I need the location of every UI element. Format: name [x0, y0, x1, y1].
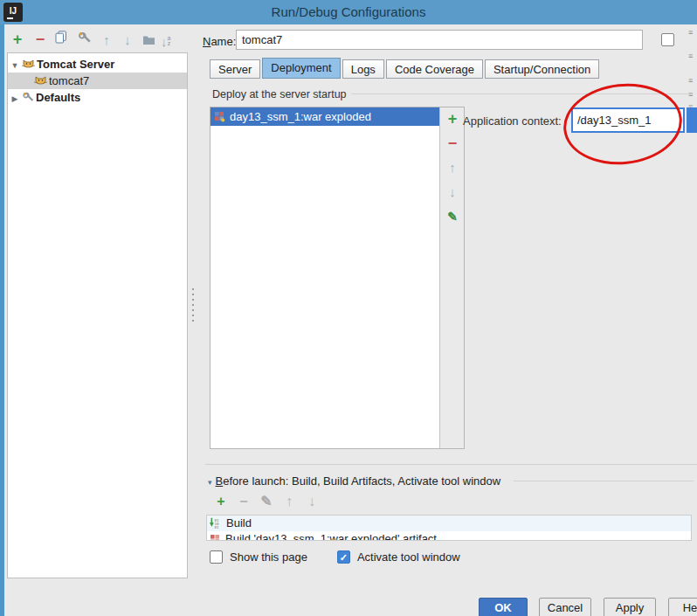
activate-tool-window-checkbox[interactable]: ✓ — [337, 550, 350, 564]
window-title: Run/Debug Configurations — [0, 0, 697, 24]
footer-options: Show this page ✓ Activate tool window — [210, 550, 460, 564]
application-context-dropdown[interactable] — [687, 107, 697, 133]
copy-configuration-icon[interactable] — [52, 31, 70, 48]
clipped-window-fragment: ≡ — [688, 77, 696, 84]
add-configuration-button[interactable]: + — [9, 31, 26, 49]
help-button[interactable]: Help — [668, 598, 697, 616]
folder-icon[interactable] — [140, 33, 157, 51]
task-row-build[interactable]: 011001 Build — [207, 516, 691, 531]
intellij-logo-icon: IJ — [3, 3, 23, 22]
tab-deployment[interactable]: Deployment — [262, 58, 340, 79]
tomcat-icon — [34, 76, 47, 87]
edit-artifact-pencil-icon[interactable]: ✎ — [440, 205, 465, 230]
move-task-down-button[interactable]: ↓ — [300, 493, 323, 511]
clipped-window-fragment: ≡ — [688, 29, 696, 36]
before-launch-task-list: 011001 Build Build 'day13_ssm_1:war expl… — [206, 515, 692, 541]
move-artifact-down-button[interactable]: ↓ — [440, 181, 465, 205]
panel-splitter[interactable] — [192, 288, 194, 322]
compile-icon: 011001 — [210, 517, 222, 529]
deploy-artifacts-box: day13_ssm_1:war exploded + − ↑ ↓ ✎ — [210, 107, 465, 449]
deploy-group-label: Deploy at the server startup — [212, 88, 347, 100]
tree-item-tomcat-server[interactable]: ▼Tomcat Server — [8, 56, 187, 73]
name-input[interactable] — [236, 30, 643, 50]
task-row-build-artifact[interactable]: Build 'day13_ssm_1:war exploded' artifac… — [207, 531, 691, 541]
move-up-icon[interactable]: ↑ — [98, 31, 115, 49]
defaults-wrench-icon — [22, 92, 34, 103]
remove-configuration-button[interactable]: − — [31, 31, 49, 49]
collapsed-arrow-icon[interactable]: ▶ — [8, 91, 22, 107]
window-left-edge — [0, 24, 4, 616]
tab-code-coverage[interactable]: Code Coverage — [386, 59, 483, 79]
tab-server[interactable]: Server — [210, 59, 260, 79]
remove-artifact-button[interactable]: − — [440, 132, 465, 156]
tab-logs[interactable]: Logs — [342, 59, 384, 79]
tree-item-tomcat7[interactable]: tomcat7 — [8, 73, 187, 89]
share-checkbox[interactable] — [661, 33, 674, 46]
tab-startup-connection[interactable]: Startup/Connection — [485, 59, 599, 79]
artifact-list-item[interactable]: day13_ssm_1:war exploded — [210, 107, 440, 126]
ok-button[interactable]: OK — [479, 598, 528, 616]
add-artifact-button[interactable]: + — [440, 107, 465, 132]
section-divider — [205, 464, 697, 465]
add-task-button[interactable]: + — [210, 493, 232, 511]
tree-item-defaults[interactable]: ▶Defaults — [8, 89, 187, 106]
sort-alphabetically-icon[interactable]: ↓ az — [161, 32, 178, 50]
cancel-button[interactable]: Cancel — [539, 598, 591, 616]
red-circle-annotation — [560, 78, 687, 170]
application-context-label: Application context: — [463, 114, 562, 128]
tomcat-icon — [22, 59, 35, 70]
edit-task-pencil-icon[interactable]: ✎ — [255, 493, 278, 511]
svg-text:01: 01 — [215, 525, 219, 529]
clipped-window-fragment: ≡ — [688, 52, 696, 59]
artifact-buttons-column: + − ↑ ↓ ✎ — [439, 107, 464, 448]
artifact-icon — [214, 111, 225, 122]
before-launch-toolbar: + − ✎ ↑ ↓ — [210, 493, 323, 511]
configurations-tree: ▼Tomcat Server tomcat7 ▶Defaults — [7, 52, 188, 578]
before-launch-divider — [514, 481, 694, 481]
collapse-section-icon[interactable]: ▾ — [208, 478, 212, 487]
edit-defaults-wrench-icon[interactable] — [75, 31, 93, 49]
show-this-page-label: Show this page — [230, 550, 307, 564]
remove-task-button[interactable]: − — [232, 493, 255, 511]
show-this-page-checkbox[interactable] — [210, 550, 223, 564]
build-artifact-icon — [210, 534, 221, 542]
move-artifact-up-button[interactable]: ↑ — [440, 156, 465, 181]
activate-tool-window-label: Activate tool window — [357, 550, 460, 564]
clipped-window-fragment: ≡ — [688, 91, 696, 98]
deploy-artifacts-list: day13_ssm_1:war exploded — [210, 107, 440, 448]
name-label: Name: — [203, 35, 236, 48]
before-launch-header[interactable]: ▾Before launch: Build, Build Artifacts, … — [208, 474, 500, 488]
move-task-up-button[interactable]: ↑ — [278, 493, 300, 511]
configuration-tabs: Server Deployment Logs Code Coverage Sta… — [210, 58, 601, 79]
apply-button[interactable]: Apply — [604, 598, 656, 616]
move-down-icon[interactable]: ↓ — [119, 31, 136, 49]
